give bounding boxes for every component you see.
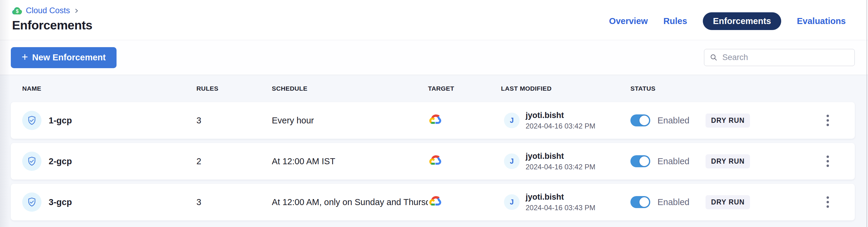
enabled-toggle[interactable] [630, 196, 650, 208]
breadcrumb-cloud-costs-link[interactable]: $ Cloud Costs [12, 6, 70, 15]
avatar: J [504, 112, 520, 128]
avatar: J [504, 154, 520, 169]
target-cell [428, 196, 501, 208]
schedule-text: Every hour [272, 116, 428, 126]
status-label: Enabled [657, 116, 689, 126]
target-cell [428, 155, 501, 167]
enforcement-name: 3-gcp [49, 197, 72, 207]
tab-rules[interactable]: Rules [663, 16, 687, 26]
enforcement-shield-icon [22, 152, 41, 171]
status-label: Enabled [657, 197, 689, 207]
enforcement-shield-icon [22, 192, 41, 212]
row-menu-kebab-icon[interactable] [824, 112, 832, 129]
tab-evaluations[interactable]: Evaluations [797, 16, 846, 26]
toggle-knob [639, 197, 650, 207]
table-row[interactable]: 3-gcp 3 At 12:00 AM, only on Sunday and … [11, 184, 855, 220]
modified-at: 2024-04-16 03:43 PM [526, 203, 595, 212]
schedule-text: At 12:00 AM, only on Sunday and Thursday… [272, 197, 428, 207]
last-modified-cell: J jyoti.bisht 2024-04-16 03:42 PM [501, 152, 630, 171]
schedule-text: At 12:00 AM IST [272, 156, 428, 166]
tab-overview[interactable]: Overview [609, 16, 648, 26]
avatar: J [504, 194, 520, 210]
status-cell: Enabled DRY RUN [630, 114, 813, 128]
breadcrumb-chevron-icon [73, 8, 79, 13]
enforcement-shield-icon [22, 111, 41, 130]
name-cell: 3-gcp [22, 192, 196, 212]
table-row[interactable]: 1-gcp 3 Every hour J jyoti.bisht 2024-04… [11, 102, 855, 139]
last-modified-cell: J jyoti.bisht 2024-04-16 03:42 PM [501, 111, 630, 130]
table-row[interactable]: 2-gcp 2 At 12:00 AM IST J jyoti.bisht 20… [11, 143, 855, 180]
enforcement-name: 2-gcp [49, 156, 72, 166]
enabled-toggle[interactable] [630, 115, 650, 126]
breadcrumb-label: Cloud Costs [26, 6, 70, 15]
toggle-knob [639, 115, 650, 126]
new-enforcement-button[interactable]: + New Enforcement [11, 47, 117, 68]
column-header-rules: RULES [196, 85, 272, 92]
row-menu-kebab-icon[interactable] [824, 153, 832, 170]
modified-by: jyoti.bisht [526, 152, 595, 161]
gcp-icon [428, 114, 443, 127]
dry-run-badge: DRY RUN [706, 114, 750, 128]
search-box [704, 49, 855, 66]
enforcement-name: 1-gcp [49, 116, 72, 126]
cloud-costs-module-icon: $ [12, 7, 22, 15]
enabled-toggle[interactable] [630, 155, 650, 167]
column-header-status: STATUS [630, 85, 813, 92]
gcp-icon [428, 155, 443, 167]
column-header-target: TARGET [428, 85, 501, 92]
column-header-last-modified: LAST MODIFIED [501, 85, 630, 92]
column-header-schedule: SCHEDULE [272, 85, 428, 92]
modified-at: 2024-04-16 03:42 PM [526, 163, 595, 171]
toggle-knob [639, 156, 650, 167]
section-tabs: Overview Rules Enforcements Evaluations [609, 12, 846, 29]
gcp-icon [428, 196, 443, 208]
breadcrumb: $ Cloud Costs [12, 6, 92, 15]
target-cell [428, 114, 501, 127]
window-right-edge [867, 0, 867, 227]
header-left: $ Cloud Costs Enforcements [12, 6, 92, 40]
toolbar: + New Enforcement [0, 40, 868, 75]
search-input[interactable] [704, 49, 855, 66]
page-title: Enforcements [12, 18, 92, 32]
status-cell: Enabled DRY RUN [630, 195, 813, 209]
modified-by: jyoti.bisht [526, 111, 595, 120]
enforcements-table: NAME RULES SCHEDULE TARGET LAST MODIFIED… [0, 75, 868, 227]
status-label: Enabled [657, 156, 689, 166]
rules-count: 3 [196, 116, 272, 126]
row-menu-kebab-icon[interactable] [824, 193, 832, 211]
new-enforcement-button-label: New Enforcement [32, 53, 106, 62]
tab-enforcements[interactable]: Enforcements [703, 12, 781, 30]
name-cell: 1-gcp [22, 111, 196, 130]
name-cell: 2-gcp [22, 152, 196, 171]
modified-at: 2024-04-16 03:42 PM [526, 122, 595, 130]
table-header-row: NAME RULES SCHEDULE TARGET LAST MODIFIED… [11, 75, 855, 102]
plus-icon: + [22, 52, 28, 62]
status-cell: Enabled DRY RUN [630, 154, 813, 168]
column-header-name: NAME [22, 85, 196, 92]
dry-run-badge: DRY RUN [706, 195, 750, 209]
last-modified-cell: J jyoti.bisht 2024-04-16 03:43 PM [501, 192, 630, 212]
modified-by: jyoti.bisht [526, 192, 595, 202]
svg-text:$: $ [16, 9, 19, 14]
page-header: $ Cloud Costs Enforcements Overview Rule… [0, 0, 868, 40]
dry-run-badge: DRY RUN [706, 154, 750, 168]
rules-count: 3 [196, 197, 272, 207]
rules-count: 2 [196, 156, 272, 166]
